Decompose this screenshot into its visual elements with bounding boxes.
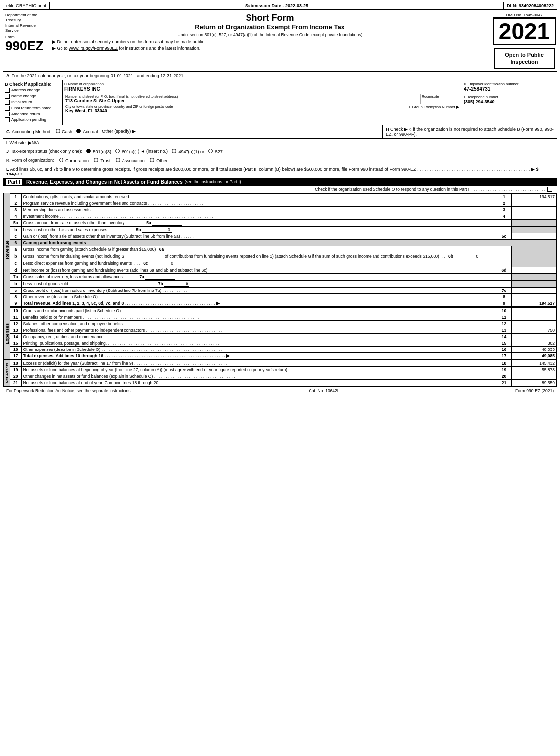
expenses-side-label: Expenses bbox=[3, 307, 10, 359]
section-i: I Website: ▶N/A bbox=[3, 139, 557, 147]
k-trust[interactable]: Trust bbox=[94, 158, 111, 163]
top-bar: efile GRAPHIC print Submission Date - 20… bbox=[3, 2, 557, 10]
j-radio-5[interactable] bbox=[208, 149, 213, 153]
net-assets-table: 18 Excess or (deficit) for the year (Sub… bbox=[10, 360, 557, 386]
table-row: 6 Gaming and fundraising events bbox=[10, 239, 557, 246]
section-a-label: A bbox=[6, 73, 10, 78]
table-row: 8 Other revenue (describe in Schedule O)… bbox=[10, 293, 557, 300]
table-row: b Less: cost or other basis and sales ex… bbox=[10, 226, 557, 233]
bullet1: ▶ Do not enter social security numbers o… bbox=[52, 39, 488, 44]
table-row: b Less: cost of goods sold . . . . . . .… bbox=[10, 280, 557, 287]
section-k: K Form of organization: Corporation Trus… bbox=[3, 156, 557, 165]
j-radio-1[interactable] bbox=[86, 149, 91, 153]
check-initial-return[interactable]: Initial return bbox=[5, 100, 61, 105]
accrual-radio[interactable] bbox=[76, 129, 81, 133]
return-title: Return of Organization Exempt From Incom… bbox=[52, 23, 488, 31]
table-row: 18 Excess or (deficit) for the year (Sub… bbox=[10, 360, 557, 366]
table-row: c Less: direct expenses from gaming and … bbox=[10, 260, 557, 267]
city-state-block: City or town, state or province, country… bbox=[65, 105, 173, 113]
table-row: 7a Gross sales of inventory, less return… bbox=[10, 273, 557, 280]
table-row: 2 Program service revenue including gove… bbox=[10, 200, 557, 206]
check-application-pending[interactable]: Application pending bbox=[5, 117, 61, 122]
table-row: 3 Membership dues and assessments . . . … bbox=[10, 206, 557, 213]
other-option[interactable]: Other (specify) ▶ bbox=[102, 129, 196, 134]
phone-value: (305) 294-3540 bbox=[464, 99, 555, 104]
table-row: 17 Total expenses. Add lines 10 through … bbox=[10, 352, 557, 359]
table-row: 13 Professional fees and other payments … bbox=[10, 327, 557, 333]
section-b: B Check if applicable: Address change Na… bbox=[3, 80, 63, 125]
j-option-2[interactable]: 501(c)( bbox=[115, 149, 136, 154]
cash-radio[interactable] bbox=[56, 129, 60, 133]
short-form-title: Short Form bbox=[52, 13, 488, 23]
table-row: 20 Other changes in net assets or fund b… bbox=[10, 373, 557, 379]
table-row: a Gross income from gaming (attach Sched… bbox=[10, 246, 557, 253]
part-i-title: Revenue, Expenses, and Changes in Net As… bbox=[26, 179, 183, 185]
part-i-checkbox[interactable] bbox=[547, 187, 552, 192]
j-option-3: ) ◄ (insert no.) bbox=[138, 149, 168, 154]
table-row: b Gross income from fundraising events (… bbox=[10, 253, 557, 260]
section-j: J Tax-exempt status (check only one): 50… bbox=[3, 147, 557, 156]
section-a: A For the 2021 calendar year, or tax yea… bbox=[3, 72, 557, 80]
table-row: c Gross profit or (loss) from sales of i… bbox=[10, 287, 557, 293]
year: 2021 bbox=[493, 17, 556, 45]
open-public-badge: Open to Public Inspection bbox=[494, 48, 555, 69]
revenue-side-label: Revenue bbox=[3, 193, 10, 307]
table-row: c Gain or (loss) from sale of assets oth… bbox=[10, 233, 557, 239]
check-address-change[interactable]: Address change bbox=[5, 88, 61, 93]
subtitle: Under section 501(c), 527, or 4947(a)(1)… bbox=[52, 32, 488, 37]
section-h: H Check ▶ ○ if the organization is not r… bbox=[383, 125, 557, 138]
room-field: Room/suite bbox=[421, 94, 460, 104]
gh-row: G Accounting Method: Cash Accrual Other … bbox=[3, 125, 557, 139]
section-d-e: D Employer identification number 47-2584… bbox=[462, 80, 557, 125]
table-row: 12 Salaries, other compensation, and emp… bbox=[10, 320, 557, 327]
ein-label: D Employer identification number bbox=[464, 82, 555, 86]
table-row: 19 Net assets or fund balances at beginn… bbox=[10, 366, 557, 373]
section-g: G Accounting Method: Cash Accrual Other … bbox=[3, 125, 383, 138]
form-number: 990EZ bbox=[5, 39, 46, 52]
table-row: 15 Printing, publications, postage, and … bbox=[10, 340, 557, 346]
j-radio-4[interactable] bbox=[172, 149, 176, 153]
bullet2: ▶ Go to www.irs.gov/Form990EZ for instru… bbox=[52, 46, 488, 51]
table-row: 21 Net assets or fund balances at end of… bbox=[10, 379, 557, 386]
footer: For Paperwork Reduction Act Notice, see … bbox=[3, 387, 557, 395]
revenue-table: 1 Contributions, gifts, grants, and simi… bbox=[10, 193, 557, 307]
omb-text: OMB No. 1545-0047 bbox=[506, 13, 542, 17]
k-corp[interactable]: Corporation bbox=[59, 158, 89, 163]
table-row: d Net income or (loss) from gaming and f… bbox=[10, 267, 557, 273]
k-other[interactable]: Other bbox=[150, 158, 168, 163]
table-row: 11 Benefits paid to or for members . . .… bbox=[10, 314, 557, 320]
expenses-section: Expenses 10 Grants and similar amounts p… bbox=[3, 307, 557, 360]
check-name-change[interactable]: Name change bbox=[5, 94, 61, 99]
dln: DLN: 93492084008222 bbox=[504, 2, 557, 9]
j-option-5[interactable]: 527 bbox=[208, 149, 223, 154]
form-title-block: Short Form Return of Organization Exempt… bbox=[48, 11, 492, 71]
j-radio-2[interactable] bbox=[115, 149, 120, 153]
table-row: 5a Gross amount from sale of assets othe… bbox=[10, 219, 557, 226]
cash-option[interactable]: Cash bbox=[56, 129, 73, 134]
table-row: 14 Occupancy, rent, utilities, and maint… bbox=[10, 333, 557, 340]
table-row: 10 Grants and similar amounts paid (list… bbox=[10, 307, 557, 314]
table-row: 16 Other expenses (describe in Schedule … bbox=[10, 346, 557, 352]
org-name-label: C Name of organization bbox=[64, 82, 460, 86]
section-c: C Name of organization FIRMKEYS INC Numb… bbox=[63, 80, 462, 125]
address-row: Number and street (or P. O. box, if mail… bbox=[64, 94, 460, 104]
page: efile GRAPHIC print Submission Date - 20… bbox=[0, 0, 560, 397]
main-header: Department of the Treasury Internal Reve… bbox=[3, 11, 557, 72]
efile-label: efile GRAPHIC print bbox=[3, 2, 50, 9]
section-b-label: B Check if applicable: bbox=[5, 82, 61, 87]
dept-text: Department of the Treasury Internal Reve… bbox=[5, 13, 46, 34]
j-option-1[interactable]: 501(c)(3) bbox=[86, 149, 111, 154]
table-row: 4 Investment income . . . . . . . . . . … bbox=[10, 213, 557, 219]
part-i-see-note: (see the instructions for Part I) bbox=[185, 179, 241, 184]
accrual-option[interactable]: Accrual bbox=[76, 129, 98, 134]
k-assoc[interactable]: Association bbox=[116, 158, 145, 163]
expenses-table: 10 Grants and similar amounts paid (list… bbox=[10, 307, 557, 359]
check-final-return[interactable]: Final return/terminated bbox=[5, 106, 61, 111]
section-f: F Group Exemption Number ▶ bbox=[409, 105, 459, 113]
paperwork-notice: For Paperwork Reduction Act Notice, see … bbox=[6, 388, 132, 393]
submission-date: Submission Date - 2022-03-25 bbox=[50, 2, 504, 9]
cat-no: Cat. No. 10642I bbox=[309, 388, 339, 393]
org-name-value: FIRMKEYS INC bbox=[64, 86, 460, 92]
j-option-4[interactable]: 4947(a)(1) or bbox=[172, 149, 204, 154]
check-amended-return[interactable]: Amended return bbox=[5, 112, 61, 116]
